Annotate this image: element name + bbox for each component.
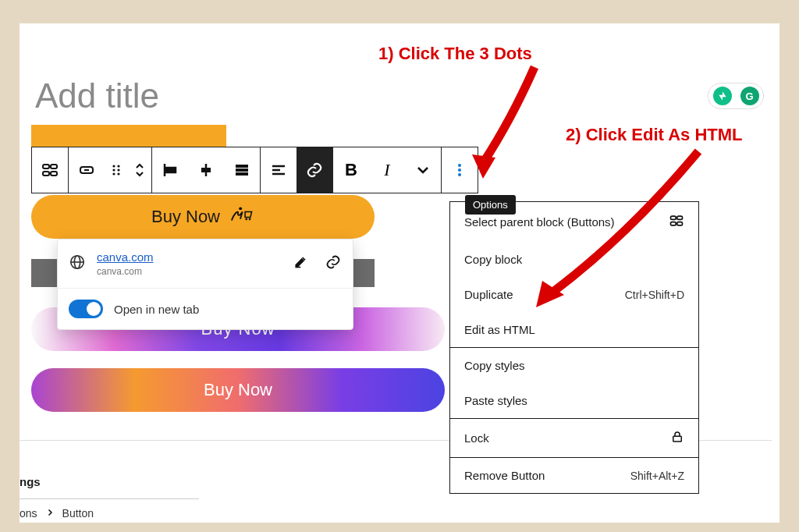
align-left-icon[interactable] [152, 147, 188, 193]
svg-rect-20 [236, 172, 248, 176]
menu-copy-styles-label: Copy styles [464, 359, 525, 372]
edit-link-icon[interactable] [293, 254, 309, 274]
block-breadcrumb: ons Button [20, 498, 199, 520]
menu-lock-label: Lock [464, 431, 489, 445]
svg-point-27 [239, 207, 242, 210]
svg-point-28 [245, 218, 247, 221]
bold-icon[interactable]: B [333, 147, 369, 193]
svg-point-11 [117, 168, 119, 171]
svg-point-10 [112, 168, 115, 171]
grammarly-badge-icon[interactable]: G [740, 87, 759, 105]
editor-canvas: 1) Click The 3 Dots 2) Click Edit As HTM… [20, 23, 779, 523]
svg-rect-18 [236, 165, 248, 168]
svg-point-8 [112, 165, 115, 167]
menu-remove-shortcut: Shift+Alt+Z [630, 470, 684, 482]
svg-rect-2 [43, 165, 49, 168]
menu-lock[interactable]: Lock [450, 418, 698, 457]
svg-rect-5 [51, 172, 57, 176]
footer-tab-partial[interactable]: ngs [20, 475, 41, 488]
buy-now-label-3: Buy Now [204, 380, 272, 400]
unlink-icon[interactable] [325, 254, 342, 274]
buttons-block-icon[interactable] [32, 147, 68, 193]
menu-paste-styles-label: Paste styles [464, 394, 527, 407]
button-block-icon[interactable] [69, 147, 105, 193]
menu-paste-styles[interactable]: Paste styles [450, 383, 698, 418]
breadcrumb-prefix[interactable]: ons [20, 507, 37, 520]
svg-rect-19 [236, 168, 248, 172]
more-formatting-icon[interactable] [405, 147, 441, 193]
link-domain: canva.com [97, 266, 154, 277]
buy-now-button-1[interactable]: Buy Now [31, 195, 375, 239]
buy-now-label-1: Buy Now [151, 207, 220, 227]
globe-icon [69, 254, 86, 274]
open-new-tab-toggle[interactable] [69, 300, 103, 318]
svg-rect-38 [673, 436, 682, 442]
svg-rect-4 [43, 172, 49, 176]
italic-icon[interactable]: I [369, 147, 405, 193]
svg-point-13 [117, 172, 119, 175]
svg-rect-15 [166, 168, 176, 172]
post-title-placeholder[interactable]: Add title [35, 76, 159, 115]
svg-marker-0 [472, 154, 495, 179]
lock-icon [670, 430, 684, 446]
width-icon[interactable] [261, 147, 297, 193]
align-center-icon[interactable] [188, 147, 224, 193]
link-settings-popover: canva.com canva.com Open in new tab [57, 239, 353, 330]
drag-handle-icon[interactable] [105, 147, 128, 193]
menu-copy-styles[interactable]: Copy styles [450, 347, 698, 383]
svg-point-29 [249, 218, 251, 221]
annotation-step2: 2) Click Edit As HTML [566, 125, 743, 145]
breadcrumb-current[interactable]: Button [62, 507, 94, 520]
svg-point-12 [112, 172, 115, 175]
move-arrows-icon[interactable] [128, 147, 151, 193]
link-info: canva.com canva.com [97, 250, 154, 277]
arrow-2 [519, 142, 722, 321]
menu-copy-block-label: Copy block [464, 253, 522, 266]
link-icon[interactable] [297, 147, 332, 193]
block-toolbar: B I [31, 147, 478, 193]
cart-run-icon [228, 205, 254, 229]
menu-edit-html-label: Edit as HTML [464, 323, 535, 336]
align-full-icon[interactable] [224, 147, 260, 193]
menu-duplicate-label: Duplicate [464, 288, 513, 301]
menu-remove-label: Remove Button [464, 469, 545, 482]
assistant-badges: G [708, 83, 764, 109]
svg-point-9 [117, 165, 119, 167]
annotation-step1: 1) Click The 3 Dots [378, 44, 532, 64]
link-url[interactable]: canva.com [97, 250, 154, 264]
chevron-right-icon [45, 507, 55, 520]
menu-remove-button[interactable]: Remove Button Shift+Alt+Z [450, 457, 698, 493]
ai-badge-icon[interactable] [713, 87, 732, 105]
open-new-tab-label: Open in new tab [114, 303, 199, 316]
svg-rect-3 [51, 165, 57, 168]
buy-now-button-3[interactable]: Buy Now [31, 368, 445, 412]
options-tooltip: Options [465, 195, 516, 215]
